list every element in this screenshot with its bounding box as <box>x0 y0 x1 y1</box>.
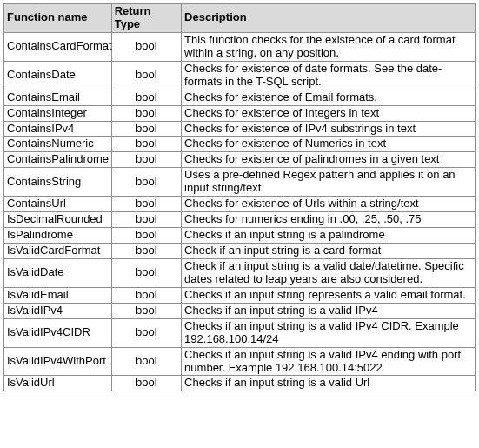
cell-return-type: bool <box>111 168 181 197</box>
table-row: ContainsNumericboolChecks for existence … <box>4 137 476 152</box>
cell-description: Check if an input string is a valid date… <box>182 258 476 287</box>
table-row: ContainsDateboolChecks for existence of … <box>4 61 476 90</box>
table-row: ContainsIntegerboolChecks for existence … <box>4 105 476 121</box>
cell-return-type: bool <box>111 244 181 259</box>
table-row: ContainsUrlboolChecks for existence of U… <box>4 197 476 212</box>
table-row: IsValidDateboolCheck if an input string … <box>4 258 476 287</box>
cell-return-type: bool <box>111 376 181 391</box>
table-row: IsDecimalRoundedboolChecks for numerics … <box>4 212 476 228</box>
cell-description: Checks if an input string is a valid IPv… <box>182 347 476 376</box>
cell-description: Checks for existence of Email formats. <box>182 90 476 105</box>
cell-function-name: IsValidUrl <box>4 376 112 391</box>
cell-return-type: bool <box>111 152 181 168</box>
cell-return-type: bool <box>111 258 181 287</box>
header-function-name: Function name <box>4 4 112 33</box>
cell-function-name: IsPalindrome <box>4 228 112 244</box>
cell-return-type: bool <box>111 121 181 137</box>
cell-return-type: bool <box>111 32 181 61</box>
cell-return-type: bool <box>111 105 181 121</box>
cell-return-type: bool <box>111 347 181 376</box>
table-row: IsPalindromeboolChecks if an input strin… <box>4 228 476 244</box>
cell-description: Checks for existence of Numerics in text <box>182 137 476 152</box>
cell-function-name: IsValidDate <box>4 258 112 287</box>
cell-return-type: bool <box>111 197 181 212</box>
cell-description: Checks if an input string is a valid IPv… <box>182 303 476 318</box>
cell-function-name: IsValidCardFormat <box>4 244 112 259</box>
table-row: IsValidIPv4CIDRboolChecks if an input st… <box>4 318 476 347</box>
cell-function-name: ContainsDate <box>4 61 112 90</box>
cell-function-name: ContainsCardFormat <box>4 32 112 61</box>
cell-return-type: bool <box>111 228 181 244</box>
cell-description: Checks for existence of Integers in text <box>182 105 476 121</box>
cell-function-name: ContainsIPv4 <box>4 121 112 137</box>
table-row: IsValidIPv4WithPortboolChecks if an inpu… <box>4 347 476 376</box>
table-row: ContainsPalindromeboolChecks for existen… <box>4 152 476 168</box>
functions-table: Function name Return Type Description Co… <box>3 3 476 391</box>
table-row: IsValidUrlboolChecks if an input string … <box>4 376 476 391</box>
cell-function-name: ContainsInteger <box>4 105 112 121</box>
cell-return-type: bool <box>111 303 181 318</box>
table-row: IsValidEmailboolChecks if an input strin… <box>4 287 476 303</box>
cell-function-name: IsValidIPv4CIDR <box>4 318 112 347</box>
cell-description: Checks for existence of IPv4 substrings … <box>182 121 476 137</box>
cell-function-name: ContainsPalindrome <box>4 152 112 168</box>
cell-function-name: ContainsUrl <box>4 197 112 212</box>
cell-description: Checks for numerics ending in .00, .25, … <box>182 212 476 228</box>
cell-description: This function checks for the existence o… <box>182 32 476 61</box>
cell-description: Uses a pre-defined Regex pattern and app… <box>182 168 476 197</box>
cell-function-name: IsValidEmail <box>4 287 112 303</box>
cell-return-type: bool <box>111 212 181 228</box>
cell-function-name: IsValidIPv4 <box>4 303 112 318</box>
cell-function-name: IsValidIPv4WithPort <box>4 347 112 376</box>
table-row: ContainsCardFormatboolThis function chec… <box>4 32 476 61</box>
cell-return-type: bool <box>111 318 181 347</box>
cell-description: Checks if an input string represents a v… <box>182 287 476 303</box>
table-row: ContainsIPv4boolChecks for existence of … <box>4 121 476 137</box>
cell-description: Checks if an input string is a valid Url <box>182 376 476 391</box>
cell-return-type: bool <box>111 137 181 152</box>
cell-description: Checks for existence of date formats. Se… <box>182 61 476 90</box>
cell-function-name: ContainsNumeric <box>4 137 112 152</box>
cell-description: Checks if an input string is a valid IPv… <box>182 318 476 347</box>
cell-return-type: bool <box>111 287 181 303</box>
table-header-row: Function name Return Type Description <box>4 4 476 33</box>
cell-function-name: IsDecimalRounded <box>4 212 112 228</box>
header-description: Description <box>182 4 476 33</box>
table-row: ContainsEmailboolChecks for existence of… <box>4 90 476 105</box>
header-return-type: Return Type <box>111 4 181 33</box>
cell-function-name: ContainsEmail <box>4 90 112 105</box>
cell-return-type: bool <box>111 61 181 90</box>
cell-return-type: bool <box>111 90 181 105</box>
cell-description: Checks if an input string is a palindrom… <box>182 228 476 244</box>
cell-description: Checks for existence of palindromes in a… <box>182 152 476 168</box>
cell-description: Check if an input string is a card-forma… <box>182 244 476 259</box>
cell-function-name: ContainsString <box>4 168 112 197</box>
table-row: IsValidCardFormatboolCheck if an input s… <box>4 244 476 259</box>
table-row: IsValidIPv4boolChecks if an input string… <box>4 303 476 318</box>
table-row: ContainsStringboolUses a pre-defined Reg… <box>4 168 476 197</box>
cell-description: Checks for existence of Urls within a st… <box>182 197 476 212</box>
